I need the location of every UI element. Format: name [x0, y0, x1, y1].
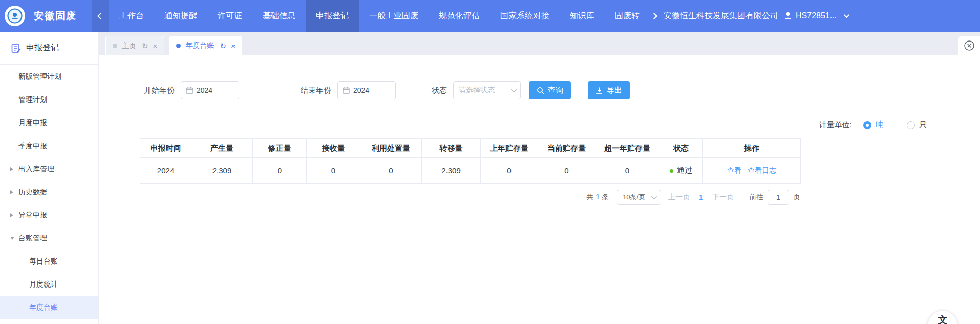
sidebar-item-label: 管理计划 [18, 95, 47, 105]
unit-radio-group: 计量单位: 吨只 [819, 120, 927, 130]
close-all-tabs-button[interactable] [958, 36, 980, 55]
refresh-icon[interactable]: ↻ [220, 42, 226, 50]
radio-checked-icon[interactable] [863, 121, 871, 129]
arrow-collapsed-icon[interactable] [10, 167, 13, 171]
sidebar-item-label: 异常申报 [18, 211, 47, 220]
total-count: 共 1 条 [587, 193, 609, 202]
download-icon [595, 87, 603, 94]
sidebar-item-label: 月度统计 [29, 280, 58, 289]
nav-item-规范化评估[interactable]: 规范化评估 [429, 0, 490, 32]
tab-strip: 主页↻×年度台账↻× [99, 32, 980, 55]
ledger-table-wrap: 申报时间产生量修正量接收量利用处置量转移量上年贮存量当前贮存量超一年贮存量状态操… [140, 138, 800, 184]
tab-主页[interactable]: 主页↻× [105, 36, 164, 55]
sidebar-item-label: 新版管理计划 [18, 72, 61, 82]
chevron-left-icon [97, 13, 104, 19]
nav-item-一般工业固废[interactable]: 一般工业固废 [359, 0, 429, 32]
tab-status-dot [113, 44, 117, 48]
status-dot-icon [670, 169, 673, 173]
nav-item-工作台[interactable]: 工作台 [109, 0, 154, 32]
column-header: 利用处置量 [360, 139, 422, 158]
pagination: 共 1 条 10条/页 上一页 1 下一页 前往 页 [140, 190, 800, 205]
column-header: 产生量 [191, 139, 253, 158]
circle-close-icon [964, 40, 975, 51]
sidebar-item[interactable]: 出入库管理 [0, 157, 98, 180]
end-year-value[interactable] [353, 86, 390, 94]
goto-page-suffix: 页 [793, 193, 800, 202]
export-button[interactable]: 导出 [588, 81, 630, 99]
unit-option-吨[interactable]: 吨 [863, 120, 883, 130]
user-menu[interactable]: HS72851... [783, 11, 848, 21]
sidebar-item-label: 每日台账 [29, 257, 58, 266]
sidebar-item[interactable]: 异常申报 [0, 204, 98, 227]
nav-item-固废转[interactable]: 固废转 [605, 0, 650, 32]
next-page-button[interactable]: 下一页 [712, 193, 734, 202]
search-button-label: 查询 [548, 86, 563, 95]
company-name: 安徽恒生科技发展集团有限公司 [664, 11, 778, 22]
start-year-value[interactable] [197, 86, 233, 94]
nav-item-基础信息[interactable]: 基础信息 [252, 0, 306, 32]
tab-label: 年度台账 [185, 41, 214, 50]
column-header: 申报时间 [140, 139, 191, 158]
tab-年度台账[interactable]: 年度台账↻× [169, 36, 242, 55]
sidebar-item[interactable]: 台账管理 [0, 227, 98, 250]
nav-scroll-left-button[interactable] [92, 0, 109, 32]
nav-item-知识库[interactable]: 知识库 [560, 0, 605, 32]
table-cell: 0 [595, 158, 659, 184]
start-year-input[interactable] [181, 81, 239, 99]
close-icon[interactable]: × [231, 42, 236, 50]
emblem-icon [6, 7, 24, 25]
column-header: 接收量 [307, 139, 360, 158]
nav-item-许可证[interactable]: 许可证 [207, 0, 252, 32]
chevron-down-icon [651, 193, 657, 199]
unit-label: 计量单位: [819, 120, 852, 130]
end-year-input[interactable] [337, 81, 396, 99]
table-cell: 0 [360, 158, 422, 184]
search-button[interactable]: 查询 [529, 81, 571, 99]
column-header: 状态 [659, 139, 703, 158]
sidebar-item[interactable]: 月度统计 [0, 273, 98, 296]
nav-item-通知提醒[interactable]: 通知提醒 [154, 0, 207, 32]
calendar-icon [186, 87, 193, 94]
action-link-查看[interactable]: 查看 [727, 166, 741, 174]
sidebar-item-label: 出入库管理 [18, 165, 54, 174]
column-header: 转移量 [422, 139, 481, 158]
arrow-expanded-icon[interactable] [10, 237, 14, 240]
sidebar-item[interactable]: 每日台账 [0, 250, 98, 273]
actions-cell: 查看查看日志 [703, 158, 801, 184]
sidebar-item[interactable]: 季度申报 [0, 134, 98, 157]
nav-item-国家系统对接[interactable]: 国家系统对接 [490, 0, 560, 32]
status-label: 状态 [432, 86, 447, 95]
sidebar-item[interactable]: 管理计划 [0, 88, 98, 111]
unit-option-label: 吨 [876, 120, 883, 130]
sidebar-item[interactable]: 月度申报 [0, 111, 98, 134]
sidebar-item[interactable]: 历史数据 [0, 180, 98, 204]
filter-form: 开始年份 结束年份 状态 请选择状态 [144, 81, 980, 99]
column-header: 当前贮存量 [538, 139, 595, 158]
table-body: 20242.3090002.309000通过查看查看日志 [140, 158, 801, 184]
sidebar-item[interactable]: 年度台账 [0, 296, 98, 319]
goto-page-input[interactable] [768, 190, 789, 205]
page-size-select[interactable]: 10条/页 [617, 190, 661, 205]
table-cell: 0 [481, 158, 538, 184]
sidebar-item[interactable]: 新版管理计划 [0, 65, 98, 88]
nav-item-申报登记[interactable]: 申报登记 [306, 0, 359, 32]
prev-page-button[interactable]: 上一页 [668, 193, 690, 202]
translate-icon: 文 [938, 313, 948, 324]
goto-label: 前往 [749, 193, 763, 202]
status-select[interactable]: 请选择状态 [453, 81, 521, 99]
sidebar-item-label: 历史数据 [18, 188, 47, 197]
radio-unchecked-icon[interactable] [907, 121, 915, 129]
start-year-label: 开始年份 [144, 86, 175, 95]
nav-scroll-right-button[interactable] [650, 0, 659, 32]
page-size-value: 10条/页 [623, 193, 645, 202]
arrow-collapsed-icon[interactable] [10, 190, 13, 194]
unit-option-只[interactable]: 只 [907, 120, 927, 130]
close-icon[interactable]: × [153, 42, 158, 50]
refresh-icon[interactable]: ↻ [142, 42, 148, 50]
sidebar-item-label: 月度申报 [18, 118, 47, 128]
sidebar-menu: 新版管理计划管理计划月度申报季度申报出入库管理历史数据异常申报台账管理每日台账月… [0, 65, 98, 319]
export-button-label: 导出 [607, 86, 622, 95]
arrow-collapsed-icon[interactable] [10, 213, 13, 217]
current-page[interactable]: 1 [699, 193, 703, 201]
action-link-查看日志[interactable]: 查看日志 [748, 166, 776, 174]
